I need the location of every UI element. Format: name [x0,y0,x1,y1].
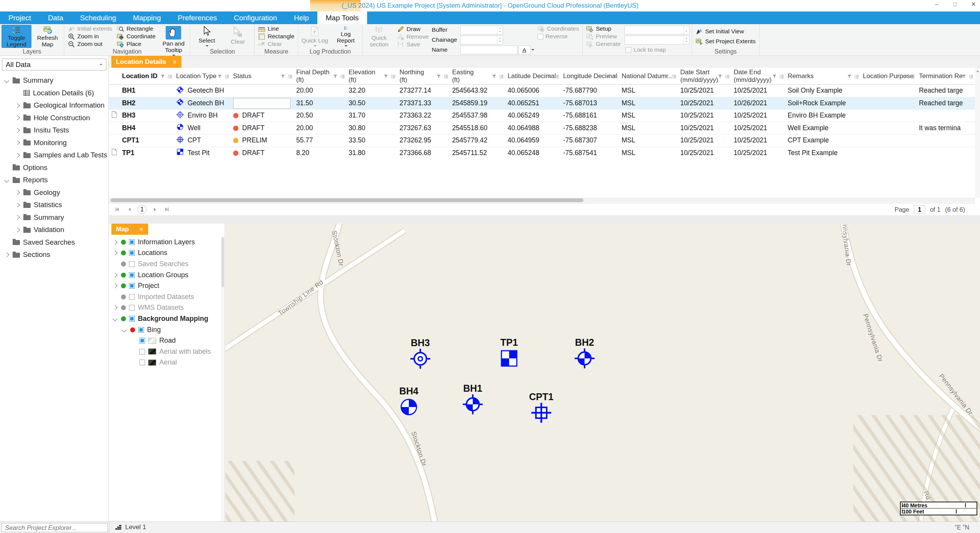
cell-lat[interactable]: 40.064959 [505,134,561,147]
filter-funnel-icon[interactable] [333,73,338,81]
layer-checkbox[interactable] [129,305,135,311]
menu-map-tools[interactable]: Map Tools [317,11,367,24]
layer-checkbox[interactable] [139,349,145,355]
cell-status[interactable]: DRAFT [231,122,294,134]
cell-purpose[interactable] [861,85,916,97]
menu-configuration[interactable]: Configuration [225,11,286,24]
cell-termination[interactable] [916,147,975,156]
cell-purpose[interactable] [861,97,916,110]
column-menu-icon[interactable] [854,73,859,81]
layer-checkbox[interactable] [129,294,135,300]
cell-datum[interactable]: MSL [619,147,678,156]
cell-termination[interactable] [916,134,975,147]
sidebar-item-saved-searches[interactable]: Saved Searches [0,236,108,249]
map-layer-aerial[interactable]: Aerial [109,357,225,368]
filter-funnel-icon[interactable] [492,73,497,81]
menu-scheduling[interactable]: Scheduling [72,11,124,24]
column-header-termination-re[interactable]: Termination Re [916,68,975,85]
cell-easting[interactable]: 2545643.92 [450,85,505,97]
column-menu-icon[interactable] [613,73,618,81]
section-coordinates-button[interactable]: Coordinates [536,25,581,33]
filter-funnel-icon[interactable] [903,73,908,81]
map-layer-aerial-with-labels[interactable]: Aerial with labels [109,346,225,357]
cell-end[interactable]: 10/25/2021 [731,147,785,156]
siteplan-scale-field[interactable] [624,36,689,44]
set-project-extents-button[interactable]: Set Project Extents [694,36,758,46]
column-menu-icon[interactable] [910,73,915,81]
cell-location-id[interactable]: CPT1 [120,134,174,147]
cell-depth[interactable]: 55.77 [294,134,346,147]
cell-status[interactable]: DRAFT [231,110,294,122]
cell-easting[interactable]: 2545518.60 [450,122,505,134]
cell-lat[interactable]: 40.065249 [505,110,561,122]
cell-datum[interactable]: MSL [619,122,678,134]
sidebar-item-monitoring[interactable]: Monitoring [0,137,108,149]
cell-purpose[interactable] [861,147,916,156]
cell-remarks[interactable]: Enviro BH Example [786,110,861,122]
siteplan-template-dropdown[interactable] [624,26,689,34]
filter-funnel-icon[interactable] [281,73,285,81]
tab-close-icon[interactable]: ✕ [172,59,177,65]
close-button[interactable]: ✕ [969,1,978,8]
cell-datum[interactable]: MSL [619,134,678,147]
column-header-location-purpose[interactable]: Location Purpose [861,68,916,85]
column-menu-icon[interactable] [779,73,784,81]
column-menu-icon[interactable] [555,73,559,81]
cell-start[interactable]: 10/25/2021 [678,97,732,110]
place-button[interactable]: Place [115,40,157,48]
siteplan-preview-button[interactable]: Preview [584,33,622,40]
cell-remarks[interactable]: Well Example [786,122,861,134]
cell-remarks[interactable]: Test Pit Example [786,147,861,156]
map-tree-scrollbar[interactable] [221,237,225,522]
sidebar-item-hole-construction[interactable]: Hole Construction [0,112,108,124]
cell-elev[interactable]: 32.20 [346,85,397,97]
filter-funnel-icon[interactable] [547,73,552,81]
cell-easting[interactable]: 2545859.19 [450,97,505,110]
next-page-button[interactable] [150,205,159,214]
cell-depth[interactable]: 31.50 [294,97,346,110]
map-layer-project[interactable]: Project [109,280,225,291]
table-row-bh2[interactable]: BH2Geotech BH31.5030.50273371.332545859.… [109,97,975,110]
layer-checkbox[interactable] [129,316,135,322]
cell-location-type[interactable]: Enviro BH [174,110,231,122]
column-header-longitude-decimal[interactable]: Longitude Decimal [561,68,619,85]
column-header-status[interactable]: Status [231,68,294,85]
map-marker-bh1[interactable]: BH1 [463,383,483,414]
column-header-national-datum[interactable]: National Datum... [619,68,678,85]
search-input[interactable] [2,523,108,532]
layer-checkbox[interactable] [139,338,145,343]
remove-section-button[interactable]: Remove [395,33,431,41]
measure-line-button[interactable]: Line [256,25,296,33]
set-initial-view-button[interactable]: Set Initial View [694,26,758,36]
reverse-checkbox[interactable]: Reverse [536,33,581,40]
column-header-elevation[interactable]: Elevation(ft) [346,68,397,85]
cell-lat[interactable]: 40.064988 [505,122,561,134]
layer-checkbox[interactable] [129,283,135,289]
column-menu-icon[interactable] [499,73,504,81]
status-edit-box[interactable] [233,98,291,109]
draw-section-button[interactable]: Draw [395,25,431,33]
filter-funnel-icon[interactable] [962,73,966,81]
cell-northing[interactable]: 273366.68 [397,147,449,156]
filter-funnel-icon[interactable] [847,73,852,81]
cell-lat[interactable]: 40.065006 [505,85,561,97]
map-layer-background-mapping[interactable]: Background Mapping [109,313,225,324]
map-marker-bh4[interactable]: BH4 [399,386,418,415]
cell-lon[interactable]: -75.687790 [561,85,619,97]
cell-depth[interactable]: 20.00 [294,85,346,97]
zoom-out-button[interactable]: Zoom out [66,40,114,48]
cell-datum[interactable]: MSL [619,110,678,122]
cell-northing[interactable]: 273262.95 [397,134,449,147]
table-row-tp1[interactable]: TP1Test PitDRAFT8.2031.80273366.68254571… [109,147,975,156]
filter-funnel-icon[interactable] [772,73,777,81]
cell-depth[interactable]: 20.00 [294,122,346,134]
column-header-easting[interactable]: Easting(ft) [450,68,505,85]
filter-funnel-icon[interactable] [718,73,722,81]
table-row-cpt1[interactable]: CPT1CPTPRELIM55.7733.50273262.952545779.… [109,134,975,147]
buffer-field[interactable] [460,26,503,34]
menu-mapping[interactable]: Mapping [124,11,169,24]
cell-location-type[interactable]: Test Pit [174,147,231,156]
layer-checkbox[interactable] [129,239,135,245]
menu-project[interactable]: Project [0,11,39,24]
cell-lon[interactable]: -75.687307 [561,134,619,147]
